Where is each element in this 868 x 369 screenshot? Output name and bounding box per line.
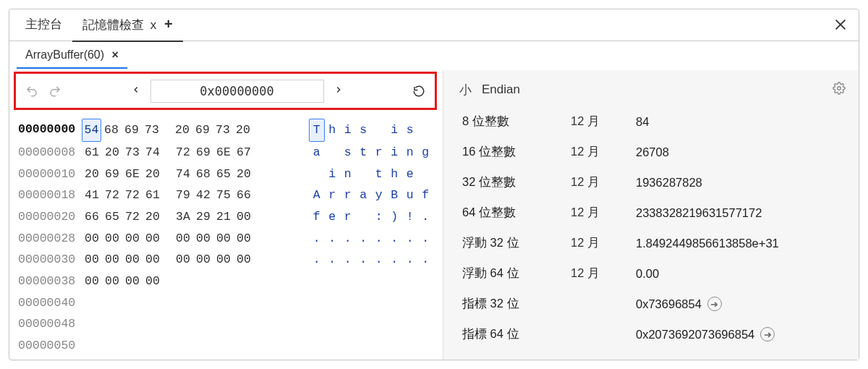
- ascii-char[interactable]: r: [325, 184, 341, 206]
- ascii-char[interactable]: [356, 206, 372, 228]
- hex-byte[interactable]: 73: [142, 119, 162, 141]
- hex-byte[interactable]: 00: [122, 271, 142, 292]
- ascii-char[interactable]: .: [418, 228, 434, 250]
- settings-button[interactable]: [833, 82, 846, 98]
- prev-address-button[interactable]: [127, 83, 145, 98]
- hex-byte[interactable]: 20: [142, 206, 163, 228]
- tab-console[interactable]: 主控台: [15, 9, 72, 41]
- hex-byte[interactable]: 69: [122, 119, 142, 141]
- hex-byte[interactable]: 00: [213, 228, 234, 250]
- hex-byte[interactable]: 73: [122, 142, 142, 164]
- hex-byte[interactable]: 00: [102, 228, 122, 250]
- ascii-char[interactable]: a: [356, 184, 372, 206]
- ascii-char[interactable]: f: [309, 206, 325, 228]
- ascii-char[interactable]: .: [387, 249, 403, 271]
- ascii-char[interactable]: i: [340, 119, 356, 141]
- hex-byte[interactable]: 00: [234, 249, 254, 271]
- hex-byte[interactable]: 00: [142, 249, 163, 271]
- hex-byte[interactable]: 00: [82, 249, 102, 271]
- hex-byte[interactable]: 00: [213, 249, 234, 271]
- goto-address-button[interactable]: ➜: [707, 297, 722, 311]
- next-address-button[interactable]: [330, 83, 347, 98]
- ascii-char[interactable]: t: [371, 164, 387, 185]
- tab-memory-inspector[interactable]: 記憶體檢查 x +: [72, 9, 183, 42]
- hex-byte[interactable]: 00: [173, 228, 193, 250]
- hex-byte[interactable]: 61: [142, 184, 163, 206]
- hex-byte[interactable]: 73: [213, 119, 233, 141]
- redo-button[interactable]: [46, 82, 64, 100]
- hex-byte[interactable]: 3A: [173, 206, 193, 228]
- hex-byte[interactable]: 20: [172, 119, 192, 141]
- hex-byte[interactable]: 29: [193, 206, 213, 228]
- ascii-char[interactable]: .: [325, 228, 341, 250]
- hex-byte[interactable]: 00: [193, 249, 213, 271]
- hex-byte[interactable]: 00: [122, 228, 142, 250]
- ascii-char[interactable]: f: [418, 184, 434, 206]
- ascii-char[interactable]: r: [371, 142, 387, 164]
- ascii-char[interactable]: [356, 164, 372, 185]
- ascii-char[interactable]: T: [309, 119, 325, 142]
- hex-table[interactable]: 000000005468697320697320This is 00000008…: [9, 114, 443, 360]
- hex-byte[interactable]: 65: [102, 206, 122, 228]
- ascii-char[interactable]: .: [356, 249, 372, 271]
- hex-byte[interactable]: 00: [142, 228, 163, 250]
- hex-byte[interactable]: 74: [142, 142, 163, 164]
- hex-byte[interactable]: 66: [234, 184, 254, 206]
- buffer-tab[interactable]: ArrayBuffer(60) ×: [17, 43, 127, 69]
- hex-byte[interactable]: 69: [193, 142, 213, 164]
- hex-byte[interactable]: 61: [82, 142, 102, 164]
- ascii-char[interactable]: .: [418, 206, 434, 228]
- ascii-char[interactable]: y: [371, 184, 387, 206]
- ascii-char[interactable]: [309, 164, 325, 185]
- hex-byte[interactable]: 00: [173, 249, 193, 271]
- hex-byte[interactable]: 00: [234, 206, 254, 228]
- close-memory-tab[interactable]: x: [150, 18, 157, 32]
- ascii-char[interactable]: s: [402, 119, 418, 141]
- hex-byte[interactable]: 00: [142, 271, 163, 292]
- hex-byte[interactable]: 00: [193, 228, 213, 250]
- hex-byte[interactable]: 66: [82, 206, 102, 228]
- hex-byte[interactable]: 20: [102, 142, 122, 164]
- ascii-char[interactable]: .: [340, 228, 356, 250]
- ascii-char[interactable]: s: [340, 142, 356, 164]
- hex-byte[interactable]: 42: [193, 184, 213, 206]
- hex-byte[interactable]: 00: [102, 249, 122, 271]
- ascii-char[interactable]: .: [309, 228, 325, 250]
- endian-mode[interactable]: 小: [459, 82, 472, 98]
- hex-byte[interactable]: 72: [102, 184, 122, 206]
- refresh-button[interactable]: [410, 82, 427, 100]
- hex-byte[interactable]: 00: [102, 271, 122, 292]
- hex-byte[interactable]: 00: [122, 249, 142, 271]
- ascii-char[interactable]: .: [340, 249, 356, 271]
- hex-byte[interactable]: 20: [82, 164, 102, 185]
- hex-byte[interactable]: 72: [122, 206, 142, 228]
- ascii-char[interactable]: .: [402, 249, 418, 271]
- ascii-char[interactable]: [325, 142, 341, 164]
- ascii-char[interactable]: !: [402, 206, 418, 228]
- ascii-char[interactable]: A: [309, 184, 325, 206]
- ascii-char[interactable]: i: [325, 164, 341, 185]
- hex-byte[interactable]: 75: [213, 184, 234, 206]
- ascii-char[interactable]: e: [325, 206, 341, 228]
- ascii-char[interactable]: .: [309, 249, 325, 271]
- hex-byte[interactable]: 20: [233, 119, 253, 141]
- hex-byte[interactable]: 21: [213, 206, 234, 228]
- ascii-char[interactable]: .: [387, 228, 403, 250]
- ascii-char[interactable]: h: [387, 164, 403, 185]
- hex-byte[interactable]: 69: [192, 119, 213, 141]
- close-panel-button[interactable]: [833, 17, 848, 35]
- hex-byte[interactable]: 72: [122, 184, 142, 206]
- ascii-char[interactable]: [371, 119, 387, 141]
- ascii-char[interactable]: g: [418, 142, 434, 164]
- ascii-char[interactable]: u: [402, 184, 418, 206]
- hex-byte[interactable]: 74: [173, 164, 193, 185]
- ascii-char[interactable]: .: [402, 228, 418, 250]
- hex-byte[interactable]: 79: [173, 184, 193, 206]
- goto-address-button[interactable]: ➜: [760, 327, 775, 342]
- address-input[interactable]: [150, 80, 324, 103]
- ascii-char[interactable]: .: [371, 249, 387, 271]
- ascii-char[interactable]: B: [387, 184, 403, 206]
- ascii-char[interactable]: .: [325, 249, 341, 271]
- ascii-char[interactable]: e: [402, 164, 418, 185]
- undo-button[interactable]: [23, 82, 41, 100]
